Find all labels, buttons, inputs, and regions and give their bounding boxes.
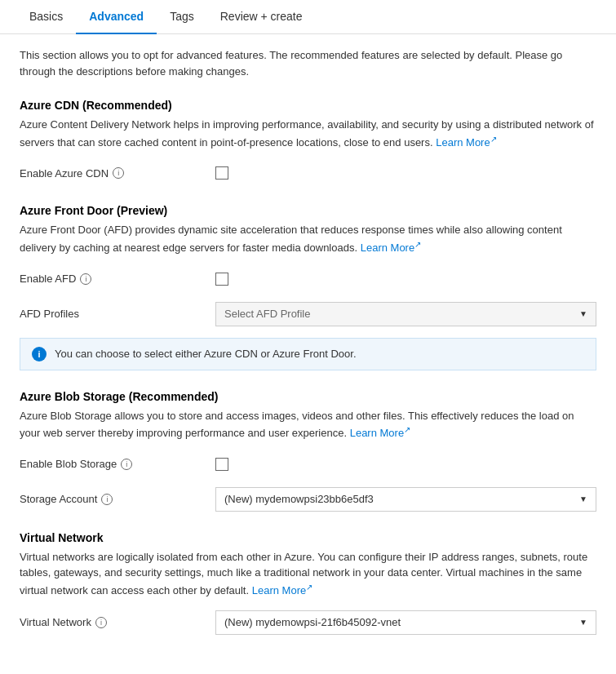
vnet-label: Virtual Network i xyxy=(20,616,215,628)
afd-enable-control xyxy=(215,273,596,286)
afd-title: Azure Front Door (Preview) xyxy=(20,204,596,217)
cdn-learn-more-link[interactable]: Learn More↗ xyxy=(436,136,496,149)
blob-enable-control xyxy=(215,458,596,471)
tabs-nav: Basics Advanced Tags Review + create xyxy=(0,0,616,34)
vnet-value: (New) mydemowpsi-21f6b45092-vnet xyxy=(224,616,573,628)
cdn-enable-control xyxy=(215,166,596,180)
blob-checkbox-container xyxy=(215,458,596,471)
info-banner-icon: i xyxy=(32,347,47,361)
cdn-title: Azure CDN (Recommended) xyxy=(20,99,596,112)
vnet-arrow-icon: ▼ xyxy=(579,618,587,627)
afd-profiles-control: Select AFD Profile ▼ xyxy=(215,302,596,326)
section-blob: Azure Blob Storage (Recommended) Azure B… xyxy=(20,390,596,512)
afd-external-link-icon: ↗ xyxy=(414,240,421,249)
afd-enable-label: Enable AFD i xyxy=(20,273,215,285)
blob-enable-label: Enable Blob Storage i xyxy=(20,458,215,470)
cdn-afd-info-banner: i You can choose to select either Azure … xyxy=(20,338,596,370)
section-afd: Azure Front Door (Preview) Azure Front D… xyxy=(20,204,596,370)
tab-tags[interactable]: Tags xyxy=(157,0,207,34)
blob-storage-arrow-icon: ▼ xyxy=(579,494,587,503)
main-content: This section allows you to opt for advan… xyxy=(0,47,616,674)
cdn-external-link-icon: ↗ xyxy=(490,135,497,144)
blob-storage-label: Storage Account i xyxy=(20,493,215,505)
cdn-checkbox-container xyxy=(215,166,596,180)
afd-enable-checkbox[interactable] xyxy=(215,273,228,286)
blob-description: Azure Blob Storage allows you to store a… xyxy=(20,408,596,441)
blob-enable-row: Enable Blob Storage i xyxy=(20,453,596,476)
afd-enable-row: Enable AFD i xyxy=(20,268,596,290)
blob-learn-more-link[interactable]: Learn More↗ xyxy=(350,427,410,439)
afd-profiles-arrow-icon: ▼ xyxy=(579,309,587,318)
blob-storage-row: Storage Account i (New) mydemowpsi23bb6e… xyxy=(20,487,596,512)
afd-profiles-row: AFD Profiles Select AFD Profile ▼ xyxy=(20,302,596,326)
blob-external-link-icon: ↗ xyxy=(404,425,410,434)
tab-basics[interactable]: Basics xyxy=(16,0,76,34)
vnet-external-link-icon: ↗ xyxy=(306,583,312,592)
vnet-learn-more-link[interactable]: Learn More↗ xyxy=(252,584,312,596)
blob-storage-dropdown[interactable]: (New) mydemowpsi23bb6e5df3 ▼ xyxy=(215,487,596,512)
vnet-info-icon[interactable]: i xyxy=(95,617,107,628)
cdn-enable-info-icon[interactable]: i xyxy=(113,167,124,179)
afd-enable-info-icon[interactable]: i xyxy=(80,273,91,285)
afd-profiles-placeholder: Select AFD Profile xyxy=(224,308,573,320)
blob-enable-info-icon[interactable]: i xyxy=(121,459,132,470)
blob-enable-checkbox[interactable] xyxy=(215,458,228,471)
intro-text: This section allows you to opt for advan… xyxy=(20,47,596,79)
afd-profiles-dropdown[interactable]: Select AFD Profile ▼ xyxy=(215,302,596,326)
cdn-enable-row: Enable Azure CDN i xyxy=(20,162,596,184)
blob-title: Azure Blob Storage (Recommended) xyxy=(20,390,596,403)
afd-checkbox-container xyxy=(215,273,596,286)
vnet-title: Virtual Network xyxy=(20,531,596,544)
tab-review-create[interactable]: Review + create xyxy=(207,0,316,34)
section-vnet: Virtual Network Virtual networks are log… xyxy=(20,531,596,635)
vnet-dropdown[interactable]: (New) mydemowpsi-21f6b45092-vnet ▼ xyxy=(215,610,596,635)
afd-learn-more-link[interactable]: Learn More↗ xyxy=(361,242,421,254)
afd-profiles-label: AFD Profiles xyxy=(20,308,215,320)
vnet-description: Virtual networks are logically isolated … xyxy=(20,549,596,599)
cdn-enable-checkbox[interactable] xyxy=(215,166,228,180)
cdn-enable-label: Enable Azure CDN i xyxy=(20,167,215,180)
afd-description: Azure Front Door (AFD) provides dynamic … xyxy=(20,222,596,255)
info-banner-text: You can choose to select either Azure CD… xyxy=(55,348,357,360)
vnet-row: Virtual Network i (New) mydemowpsi-21f6b… xyxy=(20,610,596,635)
blob-storage-value: (New) mydemowpsi23bb6e5df3 xyxy=(224,493,573,505)
blob-storage-info-icon[interactable]: i xyxy=(101,494,113,505)
tab-advanced[interactable]: Advanced xyxy=(76,0,157,34)
vnet-control: (New) mydemowpsi-21f6b45092-vnet ▼ xyxy=(215,610,596,635)
blob-storage-control: (New) mydemowpsi23bb6e5df3 ▼ xyxy=(215,487,596,512)
section-cdn: Azure CDN (Recommended) Azure Content De… xyxy=(20,99,596,184)
cdn-description: Azure Content Delivery Network helps in … xyxy=(20,117,596,150)
